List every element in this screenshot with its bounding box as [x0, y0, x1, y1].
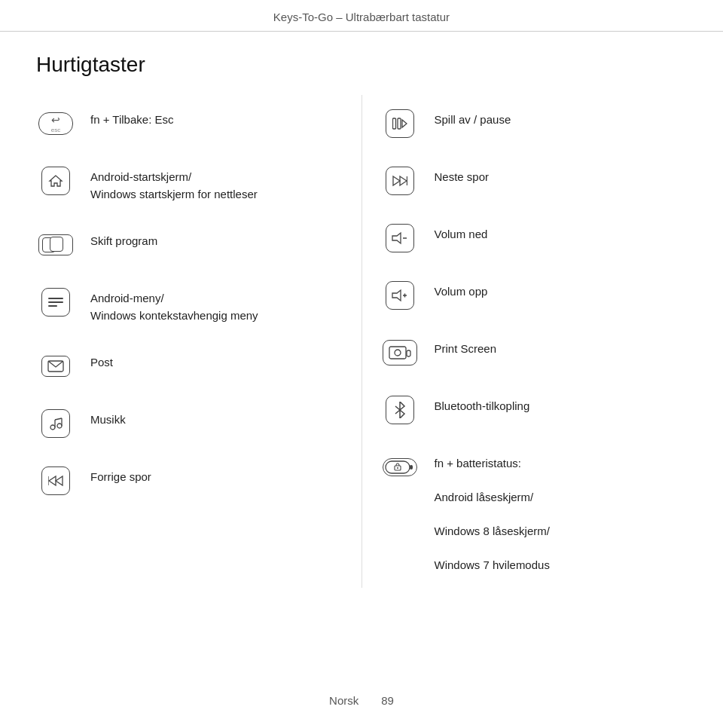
svg-rect-20 — [389, 347, 406, 359]
screenshot-icon — [383, 340, 417, 366]
playpause-icon — [386, 109, 414, 138]
bluetooth-svg — [394, 402, 406, 418]
shortcut-playpause: Spill av / pause — [380, 95, 688, 152]
playpause-icon-box — [380, 109, 419, 139]
content-area: ↩ esc fn + Tilbake: Esc Android-startskj… — [0, 95, 723, 588]
music-svg — [48, 416, 63, 431]
menu-label: Android-meny/ Windows kontekstavhengig m… — [90, 287, 258, 324]
switch-label: Skift program — [90, 230, 157, 250]
shortcut-esc: ↩ esc fn + Tilbake: Esc — [36, 95, 343, 152]
svg-point-21 — [395, 350, 401, 356]
svg-point-2 — [57, 424, 62, 428]
mail-icon-box — [36, 351, 75, 381]
menu-icon — [41, 288, 70, 317]
footer-page: 89 — [381, 694, 394, 707]
shortcut-music: Musikk — [36, 395, 343, 452]
screenshot-label: Print Screen — [435, 338, 497, 358]
screenshot-svg — [389, 344, 411, 361]
svg-point-1 — [50, 425, 55, 430]
next-icon — [386, 167, 414, 195]
page-title: Hurtigtaster — [0, 32, 723, 95]
screenshot-icon-box — [380, 338, 419, 368]
volup-icon — [386, 281, 414, 310]
home-svg — [48, 173, 63, 188]
header-title: Keys-To-Go – Ultrabærbart tastatur — [273, 11, 450, 23]
menu-line-2 — [48, 301, 63, 303]
music-label: Musikk — [90, 408, 126, 429]
svg-rect-9 — [392, 118, 395, 129]
menu-line-3 — [48, 305, 57, 307]
mail-label: Post — [90, 351, 113, 372]
volup-icon-box — [380, 280, 419, 310]
svg-marker-6 — [56, 476, 63, 485]
battery-svg — [385, 460, 415, 474]
left-column: ↩ esc fn + Tilbake: Esc Android-startskj… — [36, 95, 343, 588]
shortcut-switch: Skift program — [36, 216, 343, 274]
battery-label: fn + batteristatus: Android låseskjerm/ … — [435, 452, 550, 574]
shortcut-volup: Volum opp — [380, 267, 688, 324]
music-icon — [41, 409, 70, 438]
shortcut-voldown: Volum ned — [380, 210, 688, 267]
playpause-label: Spill av / pause — [435, 109, 511, 129]
svg-marker-12 — [393, 176, 400, 185]
menu-icon-box — [36, 287, 75, 317]
home-icon-box — [36, 166, 75, 196]
switch-icon-box — [36, 230, 75, 260]
menu-line-1 — [48, 298, 63, 299]
music-icon-box — [36, 408, 75, 439]
battery-icon-box — [380, 452, 419, 482]
home-icon — [41, 167, 70, 195]
column-divider — [362, 95, 362, 588]
volup-svg — [392, 289, 408, 302]
menu-lines — [48, 298, 63, 307]
shortcut-menu: Android-meny/ Windows kontekstavhengig m… — [36, 274, 343, 338]
svg-marker-7 — [49, 476, 56, 485]
voldown-label: Volum ned — [435, 223, 488, 243]
svg-marker-17 — [392, 290, 401, 301]
bluetooth-label: Bluetooth-tilkopling — [435, 395, 530, 415]
svg-rect-24 — [410, 465, 413, 470]
battery-icon — [383, 458, 417, 476]
playpause-svg — [392, 118, 407, 130]
shortcut-next: Neste spor — [380, 152, 688, 210]
bluetooth-icon-box — [380, 395, 419, 425]
shortcut-prev: Forrige spor — [36, 452, 343, 509]
prev-svg — [48, 475, 63, 487]
voldown-svg — [392, 231, 408, 245]
shortcut-mail: Post — [36, 338, 343, 395]
home-label: Android-startskjerm/ Windows startskjerm… — [90, 166, 258, 203]
next-label: Neste spor — [435, 166, 490, 186]
shortcut-home: Android-startskjerm/ Windows startskjerm… — [36, 152, 343, 216]
svg-marker-11 — [402, 120, 407, 127]
svg-marker-13 — [400, 176, 407, 185]
esc-icon: ↩ esc — [38, 112, 73, 135]
footer-lang: Norsk — [329, 694, 358, 707]
svg-line-5 — [55, 418, 62, 420]
volup-label: Volum opp — [435, 280, 488, 301]
svg-rect-22 — [407, 350, 410, 356]
mail-svg — [47, 360, 64, 372]
page-footer: Norsk 89 — [0, 694, 723, 707]
svg-rect-10 — [398, 118, 401, 129]
prev-icon-box — [36, 466, 75, 496]
next-svg — [392, 175, 407, 187]
prev-icon — [41, 466, 70, 495]
next-icon-box — [380, 166, 419, 196]
svg-point-26 — [397, 467, 398, 469]
prev-label: Forrige spor — [90, 466, 151, 486]
switch-icon — [38, 234, 73, 255]
esc-icon-box: ↩ esc — [36, 109, 75, 139]
svg-marker-15 — [392, 233, 401, 243]
shortcut-battery: fn + batteristatus: Android låseskjerm/ … — [380, 439, 688, 588]
esc-label: fn + Tilbake: Esc — [90, 109, 173, 129]
right-column: Spill av / pause Neste spor — [380, 95, 688, 588]
voldown-icon — [386, 224, 414, 252]
page-header: Keys-To-Go – Ultrabærbart tastatur — [0, 0, 723, 32]
bluetooth-icon — [386, 396, 414, 424]
shortcut-bluetooth: Bluetooth-tilkopling — [380, 381, 688, 439]
shortcut-screenshot: Print Screen — [380, 324, 688, 381]
mail-icon — [41, 356, 70, 377]
voldown-icon-box — [380, 223, 419, 253]
